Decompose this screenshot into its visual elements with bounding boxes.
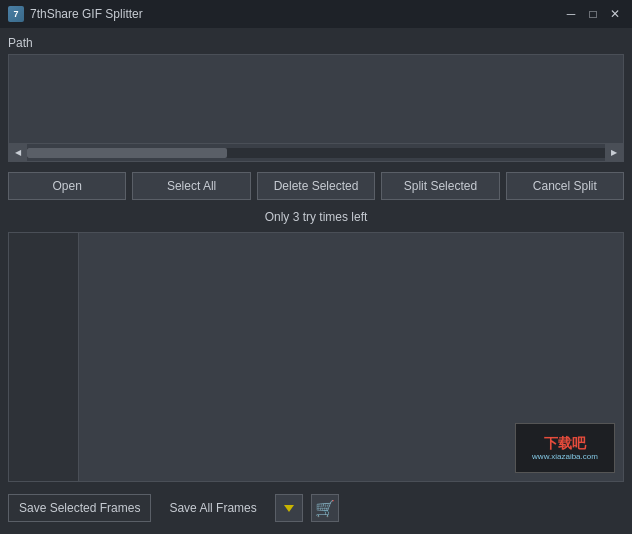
watermark-url: www.xiazaiba.com [532,452,598,462]
cart-button[interactable]: 🛒 [311,494,339,522]
watermark-site-name: 下载吧 [532,434,598,452]
scroll-right-button[interactable]: ▶ [605,144,623,162]
main-content: Path ◀ ▶ Open Select All Delete Selected… [0,28,632,534]
watermark: 下载吧 www.xiazaiba.com [515,423,615,473]
scrollbar-thumb[interactable] [27,148,227,158]
bottom-bar: Save Selected Frames Save All Frames 🛒 [8,490,624,526]
title-bar: 7 7thShare GIF Splitter ─ □ ✕ [0,0,632,28]
split-selected-button[interactable]: Split Selected [381,172,499,200]
scrollbar-area[interactable]: ◀ ▶ [8,144,624,162]
delete-selected-button[interactable]: Delete Selected [257,172,375,200]
dropdown-button[interactable] [275,494,303,522]
select-all-button[interactable]: Select All [132,172,250,200]
action-buttons-row: Open Select All Delete Selected Split Se… [8,172,624,200]
frame-sidebar [9,233,79,481]
frames-area: 下载吧 www.xiazaiba.com [8,232,624,482]
scroll-left-button[interactable]: ◀ [9,144,27,162]
save-selected-frames-button[interactable]: Save Selected Frames [8,494,151,522]
cart-icon: 🛒 [315,499,335,518]
title-bar-left: 7 7thShare GIF Splitter [8,6,143,22]
path-area [8,54,624,144]
close-button[interactable]: ✕ [606,5,624,23]
dropdown-arrow-icon [284,505,294,512]
scrollbar-track [27,148,605,158]
minimize-button[interactable]: ─ [562,5,580,23]
cancel-split-button[interactable]: Cancel Split [506,172,624,200]
trial-notice: Only 3 try times left [8,210,624,224]
app-icon: 7 [8,6,24,22]
maximize-button[interactable]: □ [584,5,602,23]
title-controls: ─ □ ✕ [562,5,624,23]
save-all-frames-button[interactable]: Save All Frames [159,494,266,522]
open-button[interactable]: Open [8,172,126,200]
app-title: 7thShare GIF Splitter [30,7,143,21]
path-label: Path [8,36,624,50]
